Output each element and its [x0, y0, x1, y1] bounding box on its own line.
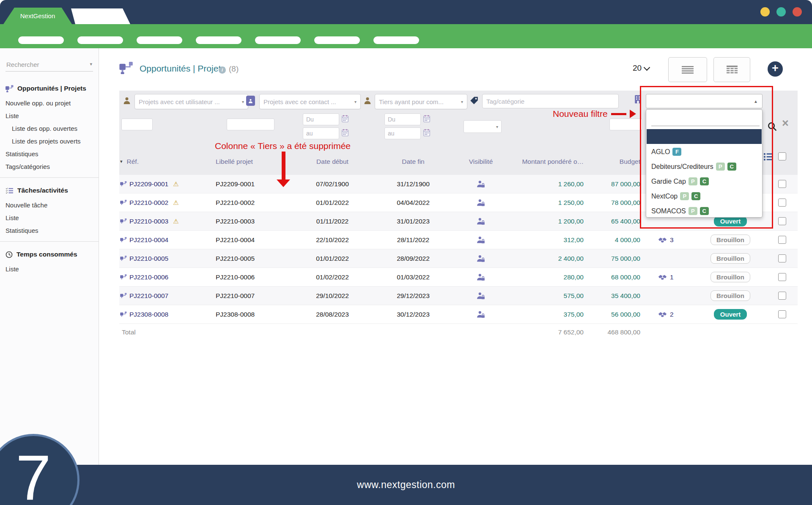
- date-end: 28/11/2022: [373, 236, 453, 244]
- dropdown-option-gardie-cap[interactable]: Gardie Cap P C: [646, 174, 762, 189]
- project-ref-link[interactable]: PJ2210-0007: [129, 292, 168, 300]
- chevron-down-icon[interactable]: ▾: [90, 61, 92, 67]
- window-dot-green[interactable]: [776, 7, 786, 17]
- project-label: PJ2210-0005: [216, 255, 292, 262]
- project-label: PJ2210-0007: [216, 292, 292, 300]
- thirdparty-filter-select[interactable]: Tiers ayant pour com...▾: [375, 94, 467, 109]
- label-filter-input[interactable]: [227, 119, 274, 130]
- search-icon[interactable]: [768, 122, 777, 131]
- sidebar-item-liste-opp-ouvertes[interactable]: Liste des opp. ouvertes: [0, 122, 99, 135]
- sidebar-section-title: Opportunités | Projets: [17, 85, 86, 92]
- menu-pill[interactable]: [196, 36, 241, 44]
- close-icon[interactable]: ×: [782, 117, 789, 130]
- list-view-icon: [682, 66, 694, 74]
- column-header-date-end[interactable]: Date fin: [373, 158, 453, 166]
- event-count[interactable]: 3: [670, 236, 674, 244]
- sidebar-item-statistiques[interactable]: Statistiques: [0, 148, 99, 160]
- badge-prospect: P: [689, 207, 697, 215]
- caret-down-icon: ▾: [461, 99, 463, 104]
- add-record-button[interactable]: +: [768, 61, 783, 77]
- event-count[interactable]: 2: [670, 311, 674, 318]
- menu-pill[interactable]: [373, 36, 419, 44]
- menu-pill[interactable]: [255, 36, 301, 44]
- sidebar-item-liste-taches[interactable]: Liste: [0, 212, 99, 224]
- sidebar-search-input[interactable]: [5, 58, 83, 71]
- sidebar-item-nouvelle-tache[interactable]: Nouvelle tâche: [0, 199, 99, 212]
- column-header-visibility[interactable]: Visibilité: [453, 158, 508, 166]
- row-checkbox[interactable]: [778, 199, 786, 207]
- dropdown-option-aglo[interactable]: AGLO F: [646, 144, 762, 159]
- menu-pill[interactable]: [314, 36, 360, 44]
- date-start-to-input[interactable]: [303, 127, 339, 139]
- dropdown-option-empty-selected[interactable]: [647, 129, 762, 144]
- column-header-budget[interactable]: Budget: [584, 158, 640, 166]
- column-header-label[interactable]: Libellé projet: [216, 158, 292, 166]
- visibility-private-icon: [453, 292, 508, 300]
- sidebar-item-liste-projets-ouverts[interactable]: Liste des projets ouverts: [0, 135, 99, 148]
- dropdown-search-input[interactable]: [651, 113, 760, 126]
- column-header-ref[interactable]: ▾ Réf.: [119, 158, 216, 166]
- date-end-to-input[interactable]: [384, 127, 421, 139]
- info-icon[interactable]: i: [219, 66, 226, 74]
- window-dot-red[interactable]: [793, 7, 802, 17]
- project-ref-link[interactable]: PJ2308-0008: [129, 311, 168, 318]
- sidebar-item-statistiques-taches[interactable]: Statistiques: [0, 224, 99, 237]
- menu-pill[interactable]: [137, 36, 182, 44]
- project-ref-link[interactable]: PJ2210-0003: [129, 218, 168, 225]
- list-view-button[interactable]: [668, 57, 707, 82]
- visibility-private-icon: [453, 273, 508, 281]
- project-ref-link[interactable]: PJ2210-0002: [129, 199, 168, 207]
- project-ref-link[interactable]: PJ2210-0006: [129, 273, 168, 281]
- date-end-from-input[interactable]: [384, 113, 421, 125]
- row-checkbox[interactable]: [778, 236, 786, 244]
- columns-selector-icon[interactable]: [764, 153, 773, 160]
- brand-name: NextGestion: [20, 12, 55, 19]
- sidebar-section-tasks: Tâches/activités: [0, 185, 99, 196]
- page-size-selector[interactable]: 20: [633, 63, 649, 73]
- select-all-checkbox[interactable]: [778, 152, 786, 160]
- sidebar-item-tags-categories[interactable]: Tags/catégories: [0, 160, 99, 173]
- window-controls: [760, 7, 802, 17]
- sidebar-item-liste[interactable]: Liste: [0, 110, 99, 122]
- budget-filter-input[interactable]: [609, 119, 642, 130]
- calendar-icon[interactable]: [423, 115, 430, 122]
- sidebar-item-liste-temps[interactable]: Liste: [0, 263, 99, 276]
- brand-tab[interactable]: NextGestion: [3, 8, 72, 24]
- project-ref-link[interactable]: PJ2210-0004: [129, 236, 168, 244]
- calendar-icon[interactable]: [342, 115, 348, 122]
- column-header-weighted-amount[interactable]: Montant pondéré o…: [508, 158, 584, 166]
- ref-filter-input[interactable]: [121, 119, 153, 130]
- tag-filter-input[interactable]: [482, 94, 619, 108]
- sidebar-item-nouvelle-opp[interactable]: Nouvelle opp. ou projet: [0, 97, 99, 110]
- user-filter-select[interactable]: Projets avec cet utilisateur ...▾: [134, 94, 248, 109]
- row-checkbox[interactable]: [778, 310, 786, 318]
- event-count[interactable]: 1: [670, 273, 674, 281]
- column-header-date-start[interactable]: Date début: [292, 158, 373, 166]
- grid-view-button[interactable]: [713, 57, 750, 82]
- project-ref-link[interactable]: PJ2210-0005: [129, 255, 168, 262]
- dropdown-option-nextcop[interactable]: NextCop P C: [646, 189, 762, 204]
- row-checkbox[interactable]: [778, 273, 786, 281]
- row-checkbox[interactable]: [778, 180, 786, 188]
- dropdown-option-debiteurs-crediteurs[interactable]: Debiteurs/Crediteurs P C: [646, 159, 762, 174]
- browser-tab-placeholder[interactable]: [67, 8, 130, 24]
- main-menu-bar: [0, 24, 812, 48]
- calendar-icon[interactable]: [342, 129, 348, 136]
- row-checkbox[interactable]: [778, 254, 786, 262]
- calendar-icon[interactable]: [423, 129, 430, 136]
- window-dot-yellow[interactable]: [760, 7, 770, 17]
- new-filter-select[interactable]: ▲: [646, 94, 763, 108]
- date-end: 31/01/2023: [373, 218, 453, 225]
- contact-filter-select[interactable]: Projets avec ce contact ...▾: [259, 94, 361, 109]
- row-checkbox[interactable]: [778, 217, 786, 225]
- date-start-from-input[interactable]: [303, 113, 339, 125]
- task-list-icon: [5, 188, 14, 194]
- project-ref-link[interactable]: PJ2209-0001: [129, 180, 168, 188]
- menu-pill[interactable]: [18, 36, 64, 44]
- dropdown-option-somacos[interactable]: SOMACOS P C: [646, 204, 762, 218]
- menu-pill[interactable]: [77, 36, 123, 44]
- badge-customer: C: [691, 192, 700, 200]
- row-checkbox[interactable]: [778, 292, 786, 300]
- visibility-filter-select[interactable]: ▾: [464, 120, 502, 133]
- date-start: 01/02/2022: [292, 273, 373, 281]
